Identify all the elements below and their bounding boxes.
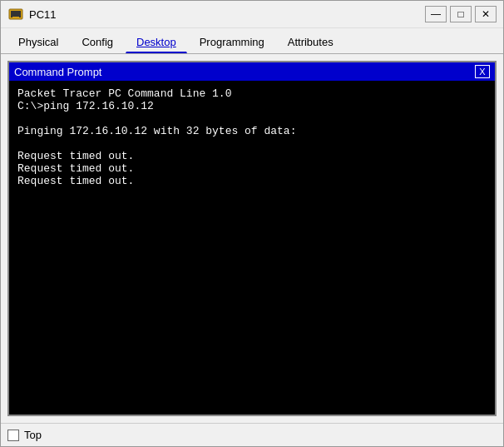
tab-bar: Physical Config Desktop Programming Attr… [1, 28, 503, 54]
window-title: PC11 [29, 8, 425, 21]
top-checkbox[interactable] [7, 430, 19, 441]
maximize-button[interactable]: □ [450, 6, 472, 22]
svg-rect-1 [11, 11, 21, 17]
cmd-title-text: Command Prompt [14, 66, 101, 78]
tab-physical[interactable]: Physical [7, 32, 69, 53]
bottom-bar: Top [1, 423, 503, 446]
content-area: Command Prompt X Packet Tracer PC Comman… [1, 54, 503, 423]
tab-attributes[interactable]: Attributes [277, 32, 344, 53]
command-prompt-window: Command Prompt X Packet Tracer PC Comman… [7, 61, 497, 416]
svg-rect-2 [12, 17, 19, 18]
top-label: Top [24, 429, 42, 441]
tab-desktop[interactable]: Desktop [126, 32, 187, 53]
tab-programming[interactable]: Programming [189, 32, 275, 53]
minimize-button[interactable]: — [425, 6, 447, 22]
cmd-close-button[interactable]: X [475, 65, 490, 78]
window-controls: — □ ✕ [425, 6, 497, 22]
window-icon [7, 6, 24, 22]
tab-config[interactable]: Config [71, 32, 124, 53]
main-window: PC11 — □ ✕ Physical Config Desktop Progr… [0, 0, 504, 447]
close-button[interactable]: ✕ [475, 6, 497, 22]
title-bar: PC11 — □ ✕ [1, 1, 503, 28]
cmd-title-bar: Command Prompt X [9, 62, 495, 81]
cmd-body[interactable]: Packet Tracer PC Command Line 1.0 C:\>pi… [9, 81, 495, 415]
